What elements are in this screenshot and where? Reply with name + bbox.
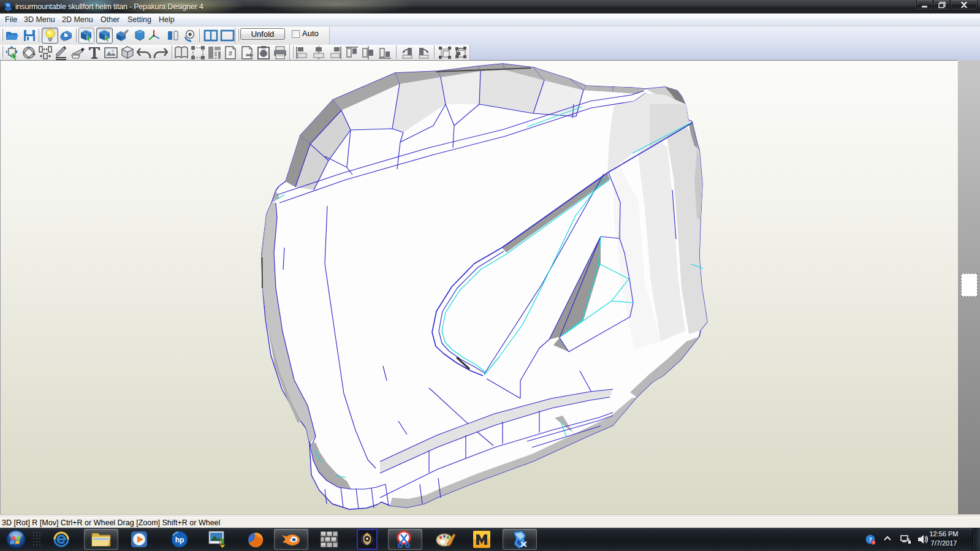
svg-text:hp: hp	[175, 536, 184, 544]
svg-text:#: #	[229, 50, 232, 57]
